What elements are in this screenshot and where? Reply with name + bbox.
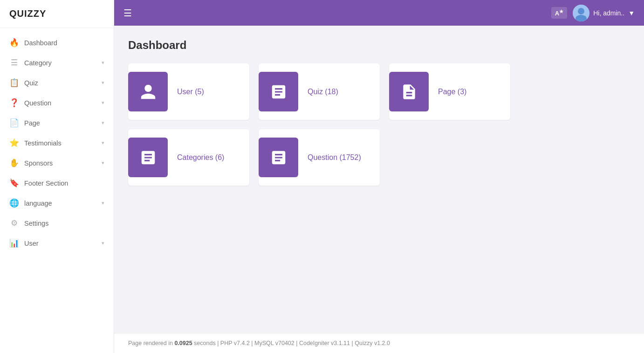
sidebar-label-language: language [24,200,96,207]
arrow-icon: ▾ [102,100,104,106]
card-icon-users [128,72,168,111]
sidebar-item-dashboard[interactable]: Dashboard [0,33,114,53]
quiz-icon [9,78,19,88]
user-menu[interactable]: Hi, admin.. ▼ [573,5,635,21]
translate-text: A [555,10,559,17]
sponsors-icon [9,158,19,168]
sidebar-item-sponsors[interactable]: Sponsors ▾ [0,153,114,173]
sidebar-item-settings[interactable]: Settings [0,213,114,233]
card-pages[interactable]: Page (3) [389,63,510,120]
sidebar-label-category: Category [24,59,96,67]
sidebar-label-settings: Settings [24,220,104,227]
page-title: Dashboard [128,39,630,52]
topbar: ☰ A★ Hi, admin.. ▼ [114,0,644,26]
category-icon [9,58,19,68]
footer-icon [9,178,19,188]
card-label-categories: Categories (6) [177,153,224,162]
dropdown-arrow-icon: ▼ [628,9,635,17]
main-footer: Page rendered in 0.0925 seconds | PHP v7… [114,333,644,353]
sidebar-label-question: Question [24,99,96,107]
sidebar-item-user[interactable]: User ▾ [0,233,114,253]
sidebar-label-quiz: Quiz [24,79,96,87]
footer-text-prefix: Page rendered in [128,340,174,346]
card-label-quizzes: Quiz (18) [308,88,338,96]
sidebar-item-category[interactable]: Category ▾ [0,53,114,73]
card-label-pages: Page (3) [438,88,466,96]
sidebar-label-footer: Footer Section [24,180,104,187]
avatar [573,5,589,21]
main-content: Dashboard User (5) Quiz (18) Page (3) Ca… [114,26,644,333]
card-icon-questions [259,138,298,177]
card-icon-quizzes [259,72,298,111]
arrow-icon: ▾ [102,120,104,126]
card-users[interactable]: User (5) [128,63,249,120]
sidebar-label-testimonials: Testimonials [24,139,96,147]
card-label-questions: Question (1752) [308,153,361,162]
sidebar-item-footer[interactable]: Footer Section [0,173,114,193]
sidebar-item-testimonials[interactable]: Testimonials ▾ [0,133,114,153]
question-icon [9,98,19,108]
sidebar-item-language[interactable]: language ▾ [0,193,114,213]
card-icon-pages [389,72,429,111]
main-wrapper: ☰ A★ Hi, admin.. ▼ [114,0,644,353]
card-questions[interactable]: Question (1752) [259,129,380,186]
arrow-icon: ▾ [102,80,104,86]
sidebar-label-dashboard: Dashboard [24,39,104,47]
user-icon [9,238,19,248]
svg-point-1 [578,8,584,14]
sidebar-label-user: User [24,240,96,247]
dashboard-icon [9,38,19,48]
card-label-users: User (5) [177,88,204,96]
render-time: 0.0925 [174,340,192,346]
arrow-icon: ▾ [102,240,104,246]
app-logo: QUIZZY [0,0,114,28]
user-greeting: Hi, admin.. [593,9,624,17]
settings-icon [9,218,19,228]
sidebar-item-quiz[interactable]: Quiz ▾ [0,73,114,93]
arrow-icon: ▾ [102,160,104,166]
footer-text-suffix: seconds | PHP v7.4.2 | MySQL v70402 | Co… [192,340,390,346]
arrow-icon: ▾ [102,140,104,146]
dashboard-cards: User (5) Quiz (18) Page (3) Categories (… [128,63,630,186]
arrow-icon: ▾ [102,60,104,66]
testimonials-icon [9,138,19,148]
language-icon [9,198,19,208]
sidebar-nav: Dashboard Category ▾ Quiz ▾ Question ▾ P… [0,28,114,353]
sidebar-item-page[interactable]: Page ▾ [0,113,114,133]
translate-badge[interactable]: A★ [551,7,567,19]
sidebar-label-page: Page [24,119,96,127]
arrow-icon: ▾ [102,200,104,206]
sidebar-label-sponsors: Sponsors [24,159,96,167]
topbar-right: A★ Hi, admin.. ▼ [551,5,635,21]
card-icon-categories [128,138,168,177]
hamburger-button[interactable]: ☰ [123,7,132,19]
card-quizzes[interactable]: Quiz (18) [259,63,380,120]
sidebar-item-question[interactable]: Question ▾ [0,93,114,113]
sidebar: QUIZZY Dashboard Category ▾ Quiz ▾ Quest… [0,0,114,353]
card-categories[interactable]: Categories (6) [128,129,249,186]
topbar-left: ☰ [123,7,132,19]
page-icon [9,118,19,128]
